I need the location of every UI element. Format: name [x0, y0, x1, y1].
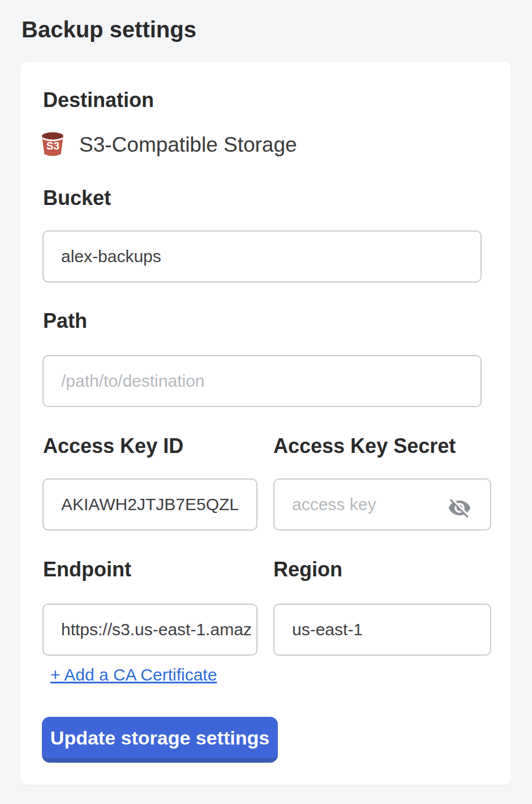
svg-text:S3: S3 — [46, 140, 59, 152]
